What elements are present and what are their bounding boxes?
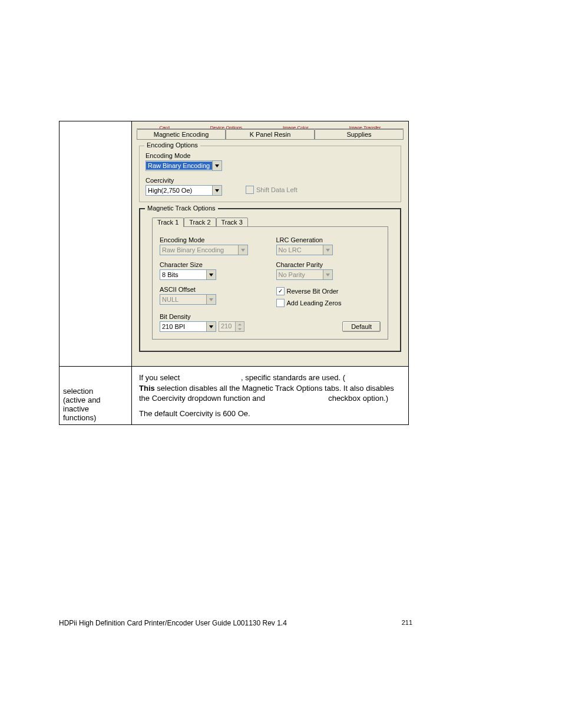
explain-fragment: , specific standards are used. ( — [241, 373, 345, 382]
cut-tab: Device Options — [210, 125, 242, 129]
encoding-mode-combo[interactable]: Raw Binary Encoding — [146, 160, 222, 171]
character-size-combo[interactable]: 8 Bits — [160, 269, 216, 280]
lrc-generation-combo: No LRC — [276, 245, 333, 255]
chevron-down-icon — [206, 295, 216, 304]
leftcell-line: (active and — [63, 396, 101, 404]
page-content: Card Device Options Image Color Image Tr… — [59, 121, 412, 425]
reverse-bit-order-label: Reverse Bit Order — [287, 288, 339, 295]
chevron-down-icon[interactable] — [212, 161, 222, 170]
tab-k-panel-resin[interactable]: K Panel Resin — [226, 129, 315, 139]
chevron-down-icon[interactable] — [206, 270, 216, 279]
checkbox-icon: ✓ — [276, 287, 285, 295]
spin-up-icon — [236, 322, 244, 327]
default-button[interactable]: Default — [342, 321, 381, 332]
bit-density-combo[interactable]: 210 BPI — [160, 321, 216, 332]
tab-track-1[interactable]: Track 1 — [152, 218, 184, 227]
chevron-down-icon[interactable] — [206, 322, 216, 331]
tab-magnetic-encoding[interactable]: Magnetic Encoding — [137, 129, 226, 139]
footer-left: HDPii High Definition Card Printer/Encod… — [59, 619, 287, 627]
tab-supplies[interactable]: Supplies — [315, 129, 404, 139]
bit-density-label: Bit Density — [160, 313, 265, 320]
character-size-value: 8 Bits — [160, 271, 206, 279]
track-tabs: Track 1 Track 2 Track 3 — [152, 218, 394, 227]
checkbox-icon — [276, 299, 285, 307]
bit-density-spinner: 210 — [219, 321, 244, 332]
ascii-offset-label: ASCII Offset — [160, 286, 265, 293]
cut-tab: Image Transfer — [349, 125, 381, 129]
track-panel: Encoding Mode Raw Binary Encoding LRC Ge… — [152, 226, 388, 340]
spin-down-icon — [236, 327, 244, 331]
cut-tab-row: Card Device Options Image Color Image Tr… — [137, 125, 404, 129]
chevron-down-icon — [323, 270, 332, 279]
checkbox-icon — [246, 186, 254, 194]
shift-data-left-label: Shift Data Left — [256, 186, 297, 193]
cut-tab: Card — [160, 125, 170, 129]
reverse-bit-order-checkbox[interactable]: ✓ Reverse Bit Order — [276, 287, 381, 295]
outer-table: Card Device Options Image Color Image Tr… — [59, 121, 409, 425]
add-leading-zeros-checkbox[interactable]: Add Leading Zeros — [276, 299, 381, 307]
coercivity-combo[interactable]: High(2,750 Oe) — [146, 185, 222, 196]
bit-density-spin-value: 210 — [219, 322, 235, 331]
explain-fragment: If you select — [139, 373, 182, 382]
leftcell-line: inactive — [63, 404, 89, 413]
page-number: 211 — [402, 619, 412, 627]
tab-track-3[interactable]: Track 3 — [216, 218, 248, 227]
tab-row: Magnetic Encoding K Panel Resin Supplies — [137, 129, 404, 140]
chevron-down-icon — [323, 245, 332, 255]
coercivity-label: Coercivity — [146, 177, 222, 184]
coercivity-value: High(2,750 Oe) — [146, 186, 212, 195]
magnetic-track-options-title: Magnetic Track Options — [145, 205, 218, 212]
track-encoding-mode-combo: Raw Binary Encoding — [160, 245, 248, 255]
lrc-generation-value: No LRC — [277, 246, 323, 254]
character-parity-combo: No Parity — [276, 269, 333, 280]
ascii-offset-combo: NULL — [160, 294, 216, 305]
explain-fragment: Coercivity dropdown function and — [152, 394, 267, 403]
explain-fragment: checkbox option.) — [326, 394, 389, 403]
chevron-down-icon — [238, 245, 247, 255]
encoding-options-title: Encoding Options — [144, 141, 200, 149]
character-parity-value: No Parity — [277, 271, 323, 279]
encoding-mode-label: Encoding Mode — [146, 152, 395, 159]
row1-right-cell: Card Device Options Image Color Image Tr… — [132, 121, 409, 367]
ascii-offset-value: NULL — [160, 295, 206, 304]
leftcell-line: selection — [63, 387, 93, 396]
explain-note: This — [139, 384, 155, 393]
chevron-down-icon[interactable] — [212, 186, 222, 195]
shift-data-left-checkbox: Shift Data Left — [246, 186, 297, 194]
row2-left-cell: selection (active and inactive functions… — [59, 367, 132, 425]
character-size-label: Character Size — [160, 261, 265, 268]
dialog-screenshot: Card Device Options Image Color Image Tr… — [132, 121, 408, 366]
bit-density-value: 210 BPI — [160, 322, 206, 331]
row2-right-cell: If you select , specific standards are u… — [132, 367, 409, 425]
add-leading-zeros-label: Add Leading Zeros — [287, 299, 342, 307]
leftcell-line: functions) — [63, 413, 96, 422]
page-footer: HDPii High Definition Card Printer/Encod… — [59, 619, 412, 627]
row1-left-cell — [59, 121, 132, 367]
lrc-generation-label: LRC Generation — [276, 236, 381, 243]
explain-fragment: The default Coercivity is 600 Oe. — [139, 409, 250, 418]
magnetic-track-options-group: Magnetic Track Options Track 1 Track 2 T… — [139, 208, 401, 352]
track-encoding-mode-value: Raw Binary Encoding — [160, 246, 238, 254]
track-encoding-mode-label: Encoding Mode — [160, 236, 265, 243]
explain-text: If you select , specific standards are u… — [135, 369, 405, 422]
encoding-mode-value: Raw Binary Encoding — [146, 162, 212, 170]
encoding-options-group: Encoding Options Encoding Mode Raw Binar… — [139, 146, 401, 202]
character-parity-label: Character Parity — [276, 261, 381, 268]
cut-tab: Image Color — [283, 125, 309, 129]
tab-track-2[interactable]: Track 2 — [184, 218, 216, 227]
